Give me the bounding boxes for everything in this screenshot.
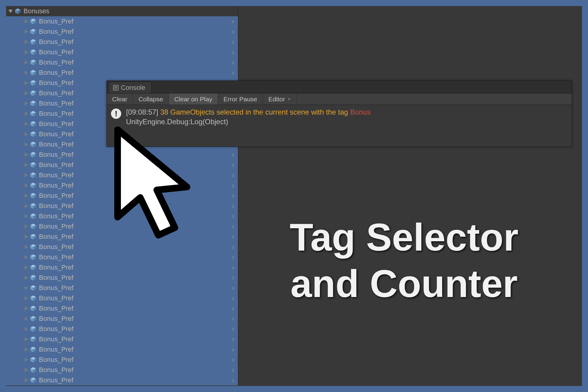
chevron-right-icon[interactable]: › [232,171,234,179]
hierarchy-child-row[interactable]: Bonus_Pref › [6,365,238,375]
hierarchy-child-row[interactable]: Bonus_Pref › [6,232,238,242]
foldout-right-icon[interactable] [25,368,28,372]
foldout-right-icon[interactable] [25,112,28,116]
chevron-right-icon[interactable]: › [232,150,234,159]
chevron-right-icon[interactable]: › [232,202,234,210]
chevron-right-icon[interactable]: › [232,284,234,292]
hierarchy-child-row[interactable]: Bonus_Pref › [6,191,238,201]
foldout-right-icon[interactable] [25,194,28,198]
hierarchy-panel[interactable]: Bonuses Bonus_Pref › Bonus_Pref › Bonus_… [6,6,238,386]
hierarchy-child-row[interactable]: Bonus_Pref › [6,355,238,365]
chevron-right-icon[interactable]: › [232,27,234,36]
hierarchy-child-row[interactable]: Bonus_Pref › [6,221,238,232]
foldout-right-icon[interactable] [25,91,28,95]
hierarchy-child-row[interactable]: Bonus_Pref › [6,242,238,252]
hierarchy-child-row[interactable]: Bonus_Pref › [6,344,238,355]
chevron-right-icon[interactable]: › [232,345,234,354]
hierarchy-child-row[interactable]: Bonus_Pref › [6,303,238,314]
chevron-right-icon[interactable]: › [232,38,234,46]
hierarchy-child-row[interactable]: Bonus_Pref › [6,150,238,160]
hierarchy-child-row[interactable]: Bonus_Pref › [6,68,238,78]
foldout-right-icon[interactable] [25,347,28,352]
foldout-right-icon[interactable] [25,132,28,136]
foldout-right-icon[interactable] [25,71,28,75]
foldout-right-icon[interactable] [25,40,28,44]
chevron-right-icon[interactable]: › [232,376,234,384]
hierarchy-child-row[interactable]: Bonus_Pref › [6,293,238,303]
foldout-right-icon[interactable] [25,153,28,157]
hierarchy-parent-row[interactable]: Bonuses [6,6,238,16]
chevron-right-icon[interactable]: › [232,315,234,323]
chevron-right-icon[interactable]: › [232,58,234,67]
editor-dropdown[interactable]: Editor▼ [263,93,297,105]
hierarchy-child-row[interactable]: Bonus_Pref › [6,314,238,324]
foldout-right-icon[interactable] [25,60,28,65]
console-log-entry[interactable]: ! [09:08:57] 38 GameObjects selected in … [107,105,572,129]
hierarchy-child-row[interactable]: Bonus_Pref › [6,334,238,344]
foldout-right-icon[interactable] [25,327,28,331]
chevron-right-icon[interactable]: › [232,294,234,302]
foldout-right-icon[interactable] [25,286,28,290]
hierarchy-child-row[interactable]: Bonus_Pref › [6,324,238,334]
foldout-right-icon[interactable] [25,19,28,24]
hierarchy-child-row[interactable]: Bonus_Pref › [6,37,238,47]
chevron-right-icon[interactable]: › [232,243,234,251]
hierarchy-child-row[interactable]: Bonus_Pref › [6,201,238,211]
tab-console[interactable]: Console [109,82,152,93]
foldout-right-icon[interactable] [25,255,28,259]
foldout-right-icon[interactable] [25,204,28,208]
hierarchy-child-row[interactable]: Bonus_Pref › [6,283,238,293]
chevron-right-icon[interactable]: › [232,304,234,313]
foldout-right-icon[interactable] [25,30,28,34]
foldout-right-icon[interactable] [25,142,28,147]
foldout-right-icon[interactable] [25,224,28,229]
foldout-right-icon[interactable] [25,173,28,177]
chevron-right-icon[interactable]: › [232,17,234,26]
chevron-right-icon[interactable]: › [232,335,234,343]
chevron-right-icon[interactable]: › [232,356,234,364]
chevron-right-icon[interactable]: › [232,263,234,272]
hierarchy-child-row[interactable]: Bonus_Pref › [6,57,238,68]
clear-button[interactable]: Clear [107,93,133,105]
hierarchy-child-row[interactable]: Bonus_Pref › [6,27,238,37]
foldout-right-icon[interactable] [25,101,28,106]
foldout-right-icon[interactable] [25,265,28,270]
foldout-down-icon[interactable] [8,10,13,13]
foldout-right-icon[interactable] [25,317,28,321]
foldout-right-icon[interactable] [25,235,28,239]
clear-on-play-button[interactable]: Clear on Play [169,93,218,105]
chevron-right-icon[interactable]: › [232,181,234,190]
foldout-right-icon[interactable] [25,245,28,249]
hierarchy-child-row[interactable]: Bonus_Pref › [6,252,238,262]
foldout-right-icon[interactable] [25,306,28,311]
error-pause-button[interactable]: Error Pause [218,93,263,105]
foldout-right-icon[interactable] [25,81,28,85]
hierarchy-child-row[interactable]: Bonus_Pref › [6,16,238,27]
chevron-right-icon[interactable]: › [232,48,234,56]
hierarchy-child-row[interactable]: Bonus_Pref › [6,273,238,283]
hierarchy-child-row[interactable]: Bonus_Pref › [6,375,238,385]
foldout-right-icon[interactable] [25,276,28,280]
hierarchy-child-row[interactable]: Bonus_Pref › [6,180,238,191]
foldout-right-icon[interactable] [25,50,28,54]
chevron-right-icon[interactable]: › [232,366,234,374]
foldout-right-icon[interactable] [25,122,28,126]
hierarchy-child-row[interactable]: Bonus_Pref › [6,262,238,273]
chevron-right-icon[interactable]: › [232,222,234,231]
chevron-right-icon[interactable]: › [232,273,234,282]
chevron-right-icon[interactable]: › [232,191,234,200]
foldout-right-icon[interactable] [25,378,28,382]
chevron-right-icon[interactable]: › [232,253,234,261]
hierarchy-child-row[interactable]: Bonus_Pref › [6,160,238,170]
chevron-right-icon[interactable]: › [232,161,234,169]
chevron-right-icon[interactable]: › [232,212,234,220]
hierarchy-child-row[interactable]: Bonus_Pref › [6,211,238,221]
chevron-right-icon[interactable]: › [232,232,234,241]
foldout-right-icon[interactable] [25,183,28,188]
hierarchy-child-row[interactable]: Bonus_Pref › [6,47,238,57]
chevron-right-icon[interactable]: › [232,68,234,77]
hierarchy-child-row[interactable]: Bonus_Pref › [6,170,238,180]
chevron-right-icon[interactable]: › [232,325,234,333]
foldout-right-icon[interactable] [25,163,28,167]
collapse-button[interactable]: Collapse [133,93,169,105]
